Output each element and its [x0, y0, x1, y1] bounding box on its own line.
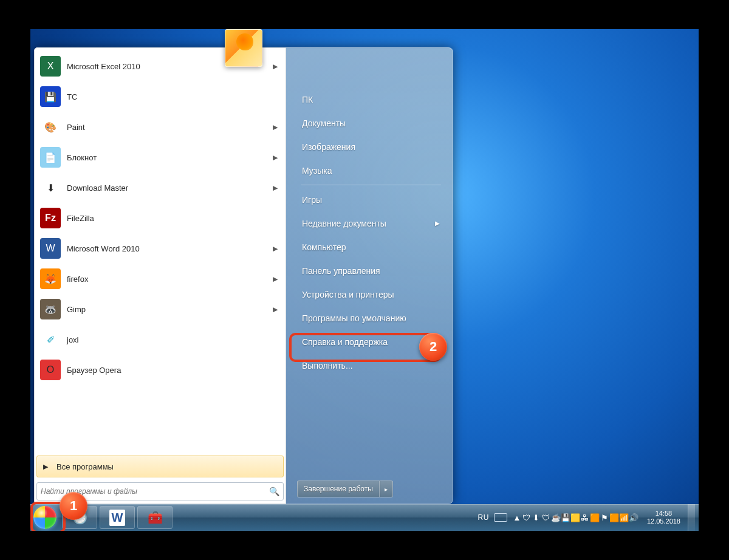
- program-item-joxi[interactable]: ✐joxi: [36, 324, 284, 355]
- taskbar-date: 12.05.2018: [647, 517, 680, 525]
- word-icon: W: [40, 238, 61, 259]
- shutdown-button[interactable]: Завершение работы: [297, 480, 380, 497]
- start-right-item[interactable]: Музыка: [297, 159, 445, 182]
- start-right-item[interactable]: Программы по умолчанию: [297, 306, 445, 330]
- chevron-right-icon: ▶: [435, 220, 440, 227]
- jdownloader-icon[interactable]: ⬇: [532, 513, 541, 522]
- taskbar-clock[interactable]: 14:58 12.05.2018: [647, 510, 680, 525]
- start-menu: XMicrosoft Excel 2010▶💾TC🎨Paint▶📄Блокнот…: [34, 47, 453, 504]
- disk-icon[interactable]: 💾: [561, 513, 570, 522]
- excel-icon: X: [40, 56, 61, 77]
- chevron-right-icon: ▶: [273, 306, 278, 313]
- program-label: joxi: [67, 335, 280, 344]
- user-picture[interactable]: [225, 29, 262, 67]
- search-icon: 🔍: [269, 487, 279, 496]
- start-menu-left-pane: XMicrosoft Excel 2010▶💾TC🎨Paint▶📄Блокнот…: [34, 47, 286, 504]
- program-label: Gimp: [67, 305, 273, 314]
- start-right-item[interactable]: ПК: [297, 87, 445, 111]
- chevron-right-icon: ▶: [273, 275, 278, 283]
- taskbar: 🕑 W 🧰 RU ▲🛡⬇🛡☕💾🟨🖧🟧⚑🟧📶🔊 14:58 12.05.2018: [30, 504, 699, 531]
- desktop: XMicrosoft Excel 2010▶💾TC🎨Paint▶📄Блокнот…: [30, 29, 699, 531]
- taskbar-app-word[interactable]: W: [100, 506, 135, 529]
- program-label: Блокнот: [67, 153, 273, 162]
- annotation-badge-2: 2: [419, 333, 447, 361]
- windows-orb-icon: [33, 506, 56, 529]
- start-right-label: Справка и поддержка: [302, 337, 388, 347]
- taskbar-time: 14:58: [647, 510, 680, 517]
- filezilla-icon: Fz: [40, 208, 61, 228]
- uac-icon[interactable]: 🛡: [541, 513, 551, 522]
- start-right-item[interactable]: Компьютер: [297, 235, 445, 259]
- wifi-icon[interactable]: 📶: [619, 513, 629, 522]
- dm-icon: ⬇: [40, 177, 61, 198]
- program-item-paint[interactable]: 🎨Paint▶: [36, 112, 284, 142]
- program-item-opera[interactable]: OБраузер Opera: [36, 355, 284, 385]
- start-right-item[interactable]: Изображения: [297, 135, 445, 159]
- start-right-label: Изображения: [302, 142, 355, 152]
- java-icon[interactable]: ☕: [551, 513, 561, 522]
- program-label: Paint: [67, 123, 273, 132]
- program-item-filezilla[interactable]: FzFileZilla: [36, 203, 284, 233]
- volume-icon[interactable]: 🔊: [629, 513, 638, 522]
- start-right-item[interactable]: Игры: [297, 188, 445, 211]
- start-right-label: Документы: [302, 118, 346, 128]
- keyboard-icon[interactable]: [494, 513, 507, 522]
- chevron-right-icon: ▸: [385, 486, 388, 493]
- shutdown-options-button[interactable]: ▸: [380, 480, 393, 497]
- shutdown-row: Завершение работы ▸: [297, 480, 445, 498]
- triangle-right-icon: ▶: [43, 463, 48, 471]
- orange-icon[interactable]: 🟧: [590, 513, 600, 522]
- separator: [301, 185, 441, 185]
- chevron-right-icon: ▶: [273, 245, 278, 253]
- program-item-firefox[interactable]: 🦊firefox▶: [36, 264, 284, 294]
- start-menu-right-pane: ПКДокументыИзображенияМузыка ИгрыНедавни…: [286, 47, 453, 504]
- start-right-label: Панель управления: [302, 266, 380, 276]
- start-right-item[interactable]: Выполнить...: [297, 353, 445, 377]
- chevron-right-icon: ▶: [273, 184, 278, 192]
- start-right-label: Игры: [302, 195, 322, 205]
- gimp-icon: 🦝: [40, 299, 61, 319]
- all-programs-label: Все программы: [56, 462, 114, 471]
- start-right-item[interactable]: Недавние документы▶: [297, 211, 445, 235]
- show-desktop-button[interactable]: [688, 504, 695, 531]
- annotation-badge-1: 1: [60, 492, 87, 520]
- program-item-tc[interactable]: 💾TC: [36, 81, 284, 112]
- firefox-icon: 🦊: [40, 268, 61, 289]
- antivirus-icon[interactable]: 🟧: [609, 513, 619, 522]
- chevron-right-icon: ▶: [273, 154, 278, 162]
- start-right-label: ПК: [302, 95, 313, 104]
- opera-icon: O: [40, 360, 61, 380]
- notepad-icon: 📄: [40, 147, 61, 168]
- program-item-gimp[interactable]: 🦝Gimp▶: [36, 294, 284, 324]
- start-right-item[interactable]: Панель управления: [297, 259, 445, 282]
- language-indicator[interactable]: RU: [478, 513, 489, 522]
- start-right-label: Недавние документы: [302, 219, 386, 228]
- start-right-item[interactable]: Документы: [297, 111, 445, 135]
- network-icon[interactable]: 🖧: [580, 513, 590, 522]
- program-item-word[interactable]: WMicrosoft Word 2010▶: [36, 233, 284, 264]
- start-right-label: Выполнить...: [302, 361, 353, 370]
- program-label: firefox: [67, 275, 273, 284]
- start-button[interactable]: [30, 504, 60, 531]
- up-arrow-icon[interactable]: ▲: [512, 513, 522, 522]
- chevron-right-icon: ▶: [273, 63, 278, 70]
- start-right-label: Устройства и принтеры: [302, 290, 394, 299]
- system-tray: RU ▲🛡⬇🛡☕💾🟨🖧🟧⚑🟧📶🔊 14:58 12.05.2018: [478, 510, 684, 525]
- program-item-dm[interactable]: ⬇Download Master▶: [36, 172, 284, 203]
- chevron-right-icon: ▶: [273, 123, 278, 131]
- taskbar-app-toolbox[interactable]: 🧰: [137, 506, 173, 529]
- program-item-notepad[interactable]: 📄Блокнот▶: [36, 142, 284, 172]
- defender-icon[interactable]: 🟨: [570, 513, 580, 522]
- program-label: Браузер Opera: [67, 366, 280, 375]
- start-right-label: Музыка: [302, 166, 332, 176]
- shutdown-label: Завершение работы: [304, 485, 373, 493]
- paint-icon: 🎨: [40, 117, 61, 137]
- start-right-label: Программы по умолчанию: [302, 313, 406, 323]
- all-programs-button[interactable]: ▶ Все программы: [36, 456, 284, 477]
- start-right-item[interactable]: Устройства и принтеры: [297, 282, 445, 306]
- program-label: TC: [67, 92, 280, 101]
- flag-icon[interactable]: ⚑: [600, 513, 609, 522]
- shield-icon[interactable]: 🛡: [522, 513, 532, 522]
- program-list: XMicrosoft Excel 2010▶💾TC🎨Paint▶📄Блокнот…: [36, 51, 284, 453]
- screen: XMicrosoft Excel 2010▶💾TC🎨Paint▶📄Блокнот…: [0, 0, 729, 560]
